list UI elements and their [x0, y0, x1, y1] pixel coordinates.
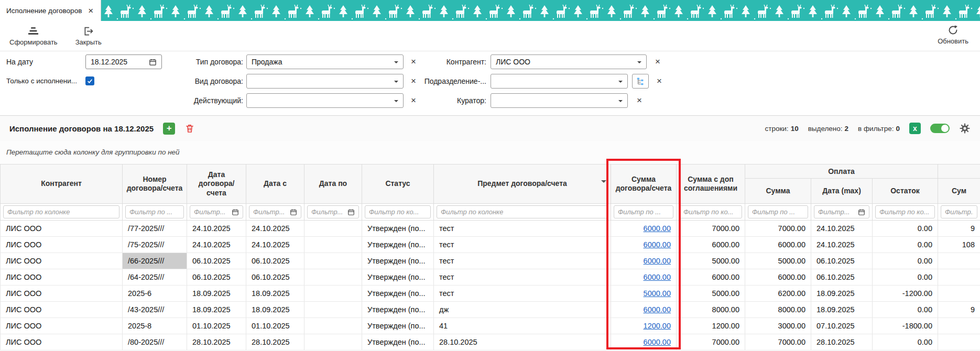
filter-subject[interactable]: Фильтр по колонке	[434, 204, 611, 221]
contract-amount-link[interactable]: 6000.00	[644, 240, 671, 249]
table-row[interactable]: ЛИС ООО2025-618.09.202518.09.2025Утвержд…	[1, 286, 980, 302]
table-cell[interactable]: 0.00	[873, 269, 938, 286]
table-cell[interactable]: 28.10.2025	[246, 334, 304, 350]
table-cell[interactable]: Утвержден (по...	[362, 286, 434, 302]
table-cell[interactable]	[304, 302, 362, 318]
col-header-contract-date[interactable]: Дата договора/ счета	[187, 164, 246, 204]
table-row[interactable]: ЛИС ООО2025-801.10.202501.10.2025Утвержд…	[1, 318, 980, 334]
contract-kind-clear-icon[interactable]: ×	[408, 74, 419, 89]
filter-counterparty[interactable]: Фильтр по колонке	[1, 204, 123, 221]
grouping-hint[interactable]: Перетащите сюда колонку для группировки …	[0, 141, 980, 164]
table-cell[interactable]: тест	[434, 221, 611, 237]
contract-amount-link[interactable]: 6000.00	[644, 338, 671, 346]
table-cell[interactable]: 18.09.2025	[246, 302, 304, 318]
contract-amount-cell[interactable]: 6000.00	[611, 253, 677, 269]
table-cell[interactable]: 5000.00	[745, 253, 811, 269]
filter-status[interactable]: Фильтр по ко...	[362, 204, 434, 221]
calendar-icon[interactable]	[232, 209, 239, 216]
table-cell[interactable]: /77-2025///	[123, 221, 187, 237]
view-toggle[interactable]	[930, 124, 950, 133]
table-cell[interactable]: 28.10.2025	[434, 334, 611, 350]
contract-amount-link[interactable]: 6000.00	[644, 305, 671, 314]
table-cell[interactable]: 24.10.2025	[811, 221, 873, 237]
contract-amount-link[interactable]: 6000.00	[644, 273, 671, 281]
calendar-icon[interactable]	[347, 209, 355, 216]
table-cell[interactable]: 7000.00	[745, 221, 811, 237]
add-row-button[interactable]: +	[163, 123, 175, 135]
table-cell[interactable]: 06.10.2025	[246, 253, 304, 269]
active-clear-icon[interactable]: ×	[408, 93, 419, 108]
only-with-execution-checkbox[interactable]	[85, 76, 94, 85]
filter-number[interactable]: Фильтр по ...	[123, 204, 187, 221]
table-cell[interactable]: 5000.00	[677, 286, 745, 302]
sort-desc-icon[interactable]	[601, 180, 606, 185]
table-cell[interactable]	[304, 269, 362, 286]
calendar-icon[interactable]	[858, 209, 865, 216]
table-row[interactable]: ЛИС ООО/77-2025///24.10.202524.10.2025Ут…	[1, 221, 980, 237]
table-cell[interactable]: /64-2025///	[123, 269, 187, 286]
contract-amount-link[interactable]: 1200.00	[644, 322, 671, 330]
table-cell[interactable]: 0.00	[873, 237, 938, 253]
table-cell[interactable]: 0.00	[873, 334, 938, 350]
filter-date-to[interactable]: Фильтр...	[304, 204, 362, 221]
table-cell[interactable]: 6000.00	[745, 269, 811, 286]
refresh-button[interactable]: Обновить	[938, 25, 968, 45]
table-cell[interactable]: тест	[434, 237, 611, 253]
table-cell[interactable]: 24.10.2025	[187, 237, 246, 253]
contract-amount-link[interactable]: 5000.00	[644, 289, 671, 298]
table-cell[interactable]: /66-2025///	[123, 253, 187, 269]
curator-clear-icon[interactable]: ×	[634, 93, 645, 108]
filter-cut[interactable]: Фильтр...	[938, 204, 980, 221]
table-cell[interactable]: Утвержден (по...	[362, 334, 434, 350]
table-cell[interactable]: 6200.00	[745, 286, 811, 302]
table-cell[interactable]: 41	[434, 318, 611, 334]
table-cell[interactable]: 0.00	[873, 221, 938, 237]
counterparty-select[interactable]: ЛИС ООО	[491, 54, 647, 69]
contract-kind-select[interactable]	[246, 74, 404, 89]
table-cell[interactable]	[304, 237, 362, 253]
table-cell[interactable]: 18.09.2025	[187, 286, 246, 302]
contract-amount-cell[interactable]: 6000.00	[611, 221, 677, 237]
table-cell[interactable]: 3000.00	[745, 318, 811, 334]
contract-amount-cell[interactable]: 1200.00	[611, 318, 677, 334]
filter-amount-with-addenda[interactable]: Фильтр по ко...	[677, 204, 745, 221]
contract-amount-cell[interactable]: 6000.00	[611, 302, 677, 318]
contract-amount-cell[interactable]: 6000.00	[611, 269, 677, 286]
table-cell[interactable]: Утвержден (по...	[362, 302, 434, 318]
table-cell[interactable]: -1200.00	[873, 286, 938, 302]
col-header-date-to[interactable]: Дата по	[304, 164, 362, 204]
col-header-status[interactable]: Статус	[362, 164, 434, 204]
table-cell[interactable]: 06.10.2025	[811, 253, 873, 269]
counterparty-clear-icon[interactable]: ×	[652, 54, 663, 69]
table-cell[interactable]: 06.10.2025	[187, 269, 246, 286]
table-cell[interactable]: Утвержден (по...	[362, 237, 434, 253]
table-cell[interactable]: 06.10.2025	[187, 253, 246, 269]
table-row[interactable]: ЛИС ООО/66-2025///06.10.202506.10.2025Ут…	[1, 253, 980, 269]
table-cell[interactable]: ЛИС ООО	[1, 302, 123, 318]
table-cell[interactable]	[938, 269, 980, 286]
table-cell[interactable]: 07.10.2025	[811, 318, 873, 334]
table-cell[interactable]	[304, 286, 362, 302]
table-cell[interactable]: ЛИС ООО	[1, 253, 123, 269]
table-cell[interactable]: 2025-6	[123, 286, 187, 302]
filter-contract-date[interactable]: Фильтр...	[187, 204, 246, 221]
table-cell[interactable]: 6000.00	[677, 269, 745, 286]
table-cell[interactable]: 0.00	[873, 253, 938, 269]
table-cell[interactable]: 7000.00	[745, 334, 811, 350]
table-cell[interactable]: 6000.00	[677, 237, 745, 253]
table-row[interactable]: ЛИС ООО/75-2025///24.10.202524.10.2025Ут…	[1, 237, 980, 253]
table-row[interactable]: ЛИС ООО/64-2025///06.10.202506.10.2025Ут…	[1, 269, 980, 286]
tab-close-icon[interactable]: ×	[88, 6, 93, 15]
curator-select[interactable]	[491, 93, 628, 108]
contract-amount-link[interactable]: 6000.00	[644, 257, 671, 265]
tab-contract-execution[interactable]: Исполнение договоров ×	[0, 0, 101, 21]
table-cell[interactable]	[938, 286, 980, 302]
contract-type-clear-icon[interactable]: ×	[408, 54, 419, 69]
contract-type-select[interactable]: Продажа	[246, 54, 404, 69]
table-cell[interactable]: тест	[434, 269, 611, 286]
table-cell[interactable]: 2025-8	[123, 318, 187, 334]
table-cell[interactable]: ЛИС ООО	[1, 269, 123, 286]
contract-amount-cell[interactable]: 6000.00	[611, 334, 677, 350]
contract-amount-cell[interactable]: 5000.00	[611, 286, 677, 302]
col-header-cut[interactable]: Сум	[938, 179, 980, 204]
